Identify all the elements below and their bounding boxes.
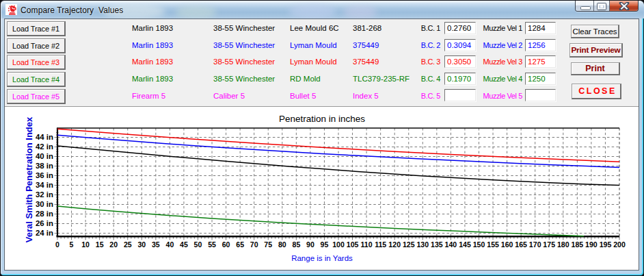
svg-text:180: 180 — [557, 240, 569, 249]
svg-text:42 in: 42 in — [36, 142, 53, 151]
svg-text:155: 155 — [487, 240, 499, 249]
svg-text:25: 25 — [124, 240, 132, 249]
svg-text:24 in: 24 in — [36, 229, 53, 237]
svg-text:140: 140 — [445, 240, 457, 249]
svg-text:5: 5 — [70, 240, 74, 249]
svg-text:115: 115 — [375, 240, 386, 249]
svg-text:15: 15 — [96, 240, 104, 249]
svg-text:35: 35 — [152, 240, 160, 249]
svg-text:50: 50 — [194, 240, 202, 249]
svg-text:38 in: 38 in — [36, 162, 53, 170]
svg-text:34 in: 34 in — [36, 181, 53, 189]
svg-text:105: 105 — [347, 240, 359, 249]
svg-text:30 in: 30 in — [36, 200, 53, 208]
svg-text:Veral Smith Penetration Index: Veral Smith Penetration Index — [24, 116, 34, 242]
svg-text:44 in: 44 in — [36, 133, 53, 141]
svg-text:160: 160 — [501, 240, 513, 249]
svg-text:200: 200 — [613, 240, 626, 249]
svg-text:190: 190 — [585, 240, 598, 249]
svg-text:80: 80 — [278, 240, 286, 249]
svg-text:55: 55 — [208, 240, 216, 249]
svg-text:Range is in Yards: Range is in Yards — [291, 254, 353, 262]
svg-text:40 in: 40 in — [36, 152, 53, 160]
svg-text:90: 90 — [306, 240, 314, 249]
svg-text:150: 150 — [473, 240, 485, 249]
svg-text:26 in: 26 in — [36, 219, 53, 227]
svg-text:175: 175 — [543, 240, 555, 249]
svg-text:135: 135 — [431, 240, 443, 249]
svg-text:70: 70 — [250, 240, 258, 249]
svg-text:130: 130 — [416, 240, 429, 249]
svg-text:110: 110 — [361, 240, 373, 249]
svg-text:0: 0 — [55, 240, 59, 249]
svg-text:32 in: 32 in — [36, 190, 53, 199]
svg-text:85: 85 — [293, 240, 301, 249]
svg-text:95: 95 — [321, 240, 329, 249]
svg-text:100: 100 — [332, 240, 345, 249]
svg-text:40: 40 — [166, 240, 174, 249]
svg-text:120: 120 — [388, 240, 401, 249]
svg-text:185: 185 — [572, 240, 584, 249]
svg-text:195: 195 — [600, 240, 612, 249]
svg-text:165: 165 — [515, 240, 527, 249]
svg-text:28 in: 28 in — [36, 210, 53, 218]
svg-text:170: 170 — [529, 240, 541, 249]
svg-text:30: 30 — [137, 240, 146, 249]
svg-text:45: 45 — [180, 240, 188, 249]
svg-text:60: 60 — [222, 240, 230, 249]
svg-text:145: 145 — [459, 240, 471, 249]
svg-text:75: 75 — [264, 240, 272, 249]
svg-text:125: 125 — [403, 240, 415, 249]
svg-text:Penetration in inches: Penetration in inches — [279, 114, 365, 124]
svg-text:20: 20 — [109, 240, 118, 249]
svg-text:65: 65 — [236, 240, 244, 249]
svg-text:10: 10 — [81, 240, 90, 249]
svg-text:36 in: 36 in — [36, 171, 53, 179]
